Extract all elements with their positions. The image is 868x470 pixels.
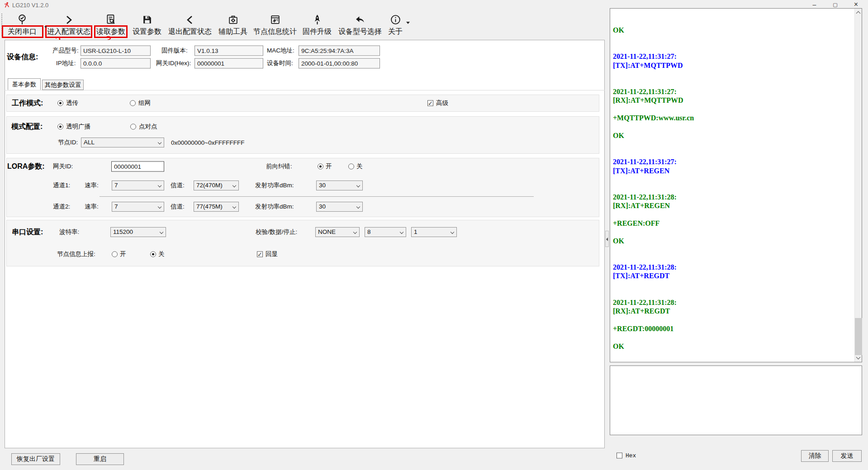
set-params-button[interactable]: 设置参数 [129,12,165,39]
firmware-upgrade-label: 固件升级 [303,27,332,37]
log-line [613,289,854,298]
node-report-off-label: 关 [158,250,165,258]
log-line: OK [613,342,854,351]
channel1-rate-dropdown[interactable]: 7 [112,180,164,190]
fec-off-radio[interactable] [348,164,354,170]
firmware-version-field[interactable] [194,46,263,56]
channel2-label: 通道2: [53,203,70,211]
work-mode-networking-radio[interactable] [130,100,136,106]
chevron-down-icon [232,205,236,209]
log-line: OK [613,131,854,140]
device-time-field[interactable] [299,58,380,69]
log-line [613,43,854,52]
log-scrollbar[interactable] [854,9,862,362]
tab-other-params[interactable]: 其他参数设置 [42,80,84,90]
scroll-down-icon[interactable] [856,355,861,360]
hex-checkbox[interactable] [617,453,622,459]
channel2-power-dropdown[interactable]: 30 [316,202,363,212]
factory-reset-button[interactable]: 恢复出厂设置 [11,453,60,465]
data-bits-dropdown[interactable]: 8 [365,227,406,237]
clear-button[interactable]: 清除 [801,450,829,462]
product-model-field[interactable] [81,46,151,56]
work-mode-group [6,95,599,112]
node-stats-button[interactable]: 节点信息统计 [251,12,299,39]
node-id-dropdown[interactable]: ALL [81,138,164,147]
channel2-channel-dropdown[interactable]: 77(475M) [194,202,239,212]
stop-bits-dropdown[interactable]: 1 [411,227,457,237]
log-line [613,175,854,184]
channel1-power-value: 30 [319,182,326,189]
chevron-down-icon [158,184,161,187]
log-line [613,78,854,87]
mode-config-label: 模式配置: [11,122,43,132]
product-model-label: 产品型号: [52,47,79,55]
channel1-channel-dropdown[interactable]: 72(470M) [194,180,239,190]
channel2-rate-dropdown[interactable]: 7 [112,202,164,212]
mac-address-field[interactable] [299,46,380,56]
gateway-id-hex-label: 网关ID(Hex): [156,59,191,67]
log-line: 2021-11-22,11:31:27: [613,157,854,166]
baud-rate-dropdown[interactable]: 115200 [110,227,166,237]
firmware-upgrade-button[interactable]: 固件升级 [299,12,335,39]
channel2-rate-label: 速率: [85,203,99,211]
log-line: 2021-11-22,11:31:28: [613,193,854,201]
log-line [613,245,854,254]
work-mode-transparent-radio[interactable] [57,100,63,106]
log-line [613,228,854,236]
close-serial-dropdown-icon[interactable] [44,26,47,28]
log-line [613,140,854,148]
ip-address-field[interactable] [81,58,151,69]
node-report-on-radio[interactable] [112,252,118,257]
log-line: [RX]:AT+REGDT [613,307,854,315]
node-stats-label: 节点信息统计 [253,27,297,37]
parity-data-stop-label: 校验/数据/停止: [256,228,297,236]
exit-config-button[interactable]: 退出配置状态 [166,12,213,39]
advanced-label: 高级 [436,99,448,107]
chevron-down-icon [400,230,403,234]
broadcast-radio[interactable] [57,124,63,130]
gateway-id-hex-field[interactable] [194,58,263,69]
stop-bits-value: 1 [414,228,417,235]
annotation-box-2 [45,25,92,38]
log-line: +REGEN:OFF [613,219,854,228]
p2p-radio[interactable] [130,124,136,130]
log-line: OK [613,26,854,34]
scroll-up-icon[interactable] [856,11,861,16]
about-icon [390,12,401,25]
echo-label: 回显 [266,250,278,258]
channel1-power-dropdown[interactable]: 30 [316,180,363,190]
log-line: 2021-11-22,11:31:28: [613,298,854,307]
parity-dropdown[interactable]: NONE [315,227,360,237]
channel1-channel-value: 72(470M) [196,182,223,189]
log-line: [TX]:AT+REGEN [613,166,854,175]
node-report-off-radio[interactable] [150,252,156,257]
fec-label: 前向纠错: [266,162,292,171]
scrollbar-thumb[interactable] [855,318,862,355]
serial-settings-group [6,220,599,266]
advanced-checkbox[interactable] [427,100,433,106]
panel-splitter-handle[interactable] [605,231,609,247]
log-line: [TX]:AT+REGDT [613,271,854,280]
log-line [613,333,854,342]
toolbar-overflow-icon[interactable] [406,22,410,24]
about-button[interactable]: 关于 [385,12,405,39]
send-input[interactable] [610,366,862,435]
mode-config-group [6,116,599,154]
data-bits-value: 8 [367,228,371,235]
echo-checkbox[interactable] [257,252,263,257]
mac-address-label: MAC地址: [267,47,294,55]
enter-config-icon [63,12,74,25]
at-command-log[interactable]: OK 2021-11-22,11:31:27:[TX]:AT+MQTTPWD 2… [610,8,862,362]
channel1-rate-label: 速率: [85,181,99,190]
model-select-icon [355,12,366,25]
lora-gateway-id-field[interactable] [111,161,164,172]
model-select-button[interactable]: 设备型号选择 [336,12,384,39]
node-id-hint: 0x00000000~0xFFFFFFFF [171,139,244,146]
node-stats-icon [270,12,281,25]
work-mode-networking-label: 组网 [138,99,151,107]
tab-basic-params[interactable]: 基本参数 [8,78,41,90]
send-button[interactable]: 发送 [832,450,862,462]
fec-on-radio[interactable] [318,164,323,170]
restart-button[interactable]: 重启 [76,453,124,465]
tools-button[interactable]: 辅助工具 [215,12,251,39]
